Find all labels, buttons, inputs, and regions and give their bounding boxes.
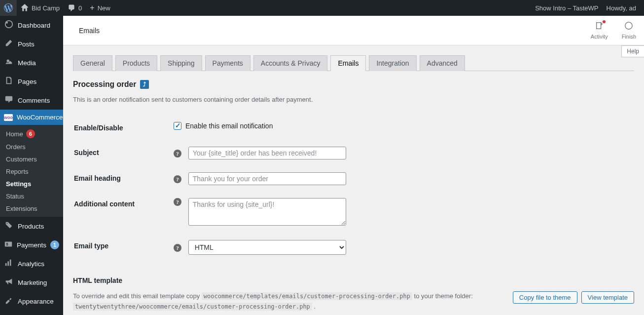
svg-rect-10	[597, 23, 601, 29]
sidebar-label: Products	[18, 223, 44, 230]
type-select[interactable]: HTML	[188, 240, 346, 255]
template-code-source: woocommerce/templates/emails/customer-pr…	[202, 292, 412, 300]
help-tip-icon[interactable]: ?	[174, 244, 181, 252]
help-tip-icon[interactable]: ?	[174, 198, 181, 206]
sidebar-label: Posts	[18, 40, 35, 48]
sidebar-subitem-home[interactable]: Home 6	[0, 127, 63, 141]
sidebar-label: Analytics	[18, 260, 44, 268]
sidebar-subitem-status[interactable]: Status	[0, 190, 63, 202]
heading-input[interactable]	[188, 172, 346, 185]
sidebar-label: Pages	[18, 78, 36, 85]
heading-label: Email heading	[74, 166, 173, 191]
sidebar-item-pages[interactable]: Pages	[0, 72, 63, 91]
tab-integration[interactable]: Integration	[369, 55, 416, 71]
additional-textarea[interactable]	[188, 198, 346, 226]
tab-payments[interactable]: Payments	[205, 55, 250, 71]
enable-checkbox[interactable]	[174, 122, 181, 130]
finish-icon	[624, 21, 633, 33]
help-tab[interactable]: Help	[621, 45, 644, 57]
tab-advanced[interactable]: Advanced	[420, 55, 465, 71]
sidebar-subitem-extensions[interactable]: Extensions	[0, 202, 63, 215]
sidebar-label: Media	[18, 59, 36, 67]
sidebar-label: Comments	[18, 97, 50, 104]
sidebar-subitem-reports[interactable]: Reports	[0, 165, 63, 178]
activity-button[interactable]: Activity	[591, 21, 608, 39]
sidebar-label: Dashboard	[18, 22, 50, 29]
sidebar-item-posts[interactable]: Posts	[0, 35, 63, 53]
back-link[interactable]: ⤴	[140, 80, 149, 89]
home-badge: 6	[26, 129, 35, 138]
section-description: This is an order notification sent to cu…	[73, 96, 634, 103]
additional-label: Additional content	[74, 192, 173, 233]
help-tip-icon[interactable]: ?	[174, 175, 181, 183]
finish-button[interactable]: Finish	[622, 21, 636, 39]
wordpress-icon	[4, 3, 13, 12]
comments-count: 0	[78, 4, 82, 12]
tab-emails[interactable]: Emails	[330, 55, 366, 71]
settings-tabs: General Products Shipping Payments Accou…	[73, 55, 634, 71]
enable-checkbox-label[interactable]: Enable this email notification	[174, 122, 628, 130]
sidebar-item-analytics[interactable]: Analytics	[0, 254, 63, 273]
template-description: To override and edit this email template…	[73, 291, 503, 312]
sidebar-label: Marketing	[18, 279, 47, 286]
page-header: Emails Activity Finish	[63, 16, 644, 45]
media-icon	[4, 57, 14, 68]
sidebar-item-appearance[interactable]: Appearance	[0, 292, 63, 311]
wp-logo[interactable]	[0, 0, 17, 16]
enable-label: Enable/Disable	[74, 116, 173, 140]
template-code-target: twentytwentythree/woocommerce/emails/cus…	[73, 303, 312, 311]
content-area: Emails Activity Finish Help General Prod…	[63, 16, 644, 315]
comments-icon	[4, 95, 14, 106]
sidebar-subitem-orders[interactable]: Orders	[0, 141, 63, 153]
site-name-label: Bid Camp	[32, 4, 60, 12]
view-template-button[interactable]: View template	[581, 291, 634, 304]
payments-icon: $	[4, 239, 13, 250]
sidebar-item-media[interactable]: Media	[0, 53, 63, 72]
sidebar-item-dashboard[interactable]: Dashboard	[0, 16, 63, 35]
sidebar-subitem-customers[interactable]: Customers	[0, 153, 63, 165]
svg-point-11	[625, 22, 632, 29]
svg-rect-4	[10, 260, 11, 266]
sidebar-item-products[interactable]: Products	[0, 217, 63, 236]
sidebar-submenu-woocommerce: Home 6 Orders Customers Reports Settings…	[0, 125, 63, 217]
sidebar-label: Payments	[17, 241, 46, 249]
subject-label: Subject	[74, 141, 173, 165]
comment-icon	[68, 4, 75, 12]
pages-icon	[4, 76, 14, 87]
svg-rect-3	[7, 261, 9, 266]
svg-rect-2	[5, 263, 7, 266]
plus-icon: +	[90, 3, 94, 12]
site-name-link[interactable]: Bid Camp	[17, 0, 64, 16]
sidebar-subitem-settings[interactable]: Settings	[0, 178, 63, 190]
type-label: Email type	[74, 234, 173, 261]
sidebar-item-comments[interactable]: Comments	[0, 91, 63, 110]
sidebar-item-plugins[interactable]: Plugins	[0, 311, 63, 315]
sidebar-item-marketing[interactable]: Marketing	[0, 273, 63, 292]
new-link[interactable]: + New	[86, 0, 114, 16]
subject-input[interactable]	[188, 147, 346, 159]
woocommerce-icon: woo	[4, 114, 13, 121]
section-title: Processing order ⤴	[73, 80, 634, 89]
products-icon	[4, 221, 14, 232]
appearance-icon	[4, 296, 14, 307]
admin-bar: Bid Camp 0 + New Show Intro – TasteWP Ho…	[0, 0, 644, 16]
help-tip-icon[interactable]: ?	[174, 150, 181, 158]
sidebar-label: WooCommerce	[17, 114, 63, 121]
payments-badge: 1	[50, 240, 59, 249]
tab-shipping[interactable]: Shipping	[160, 55, 202, 71]
marketing-icon	[4, 277, 14, 288]
posts-icon	[4, 39, 14, 49]
sidebar-item-payments[interactable]: $ Payments 1	[0, 236, 63, 254]
tab-products[interactable]: Products	[115, 55, 157, 71]
tab-accounts-privacy[interactable]: Accounts & Privacy	[253, 55, 328, 71]
copy-file-button[interactable]: Copy file to theme	[513, 291, 577, 304]
show-intro-link[interactable]: Show Intro – TasteWP	[531, 0, 602, 16]
tab-general[interactable]: General	[73, 55, 112, 71]
sidebar-item-woocommerce[interactable]: woo WooCommerce	[0, 110, 63, 125]
template-title: HTML template	[73, 276, 634, 284]
howdy-link[interactable]: Howdy, ad	[603, 0, 640, 16]
comments-link[interactable]: 0	[64, 0, 86, 16]
new-label: New	[98, 4, 110, 12]
svg-text:$: $	[6, 242, 8, 246]
page-title: Emails	[71, 27, 100, 35]
